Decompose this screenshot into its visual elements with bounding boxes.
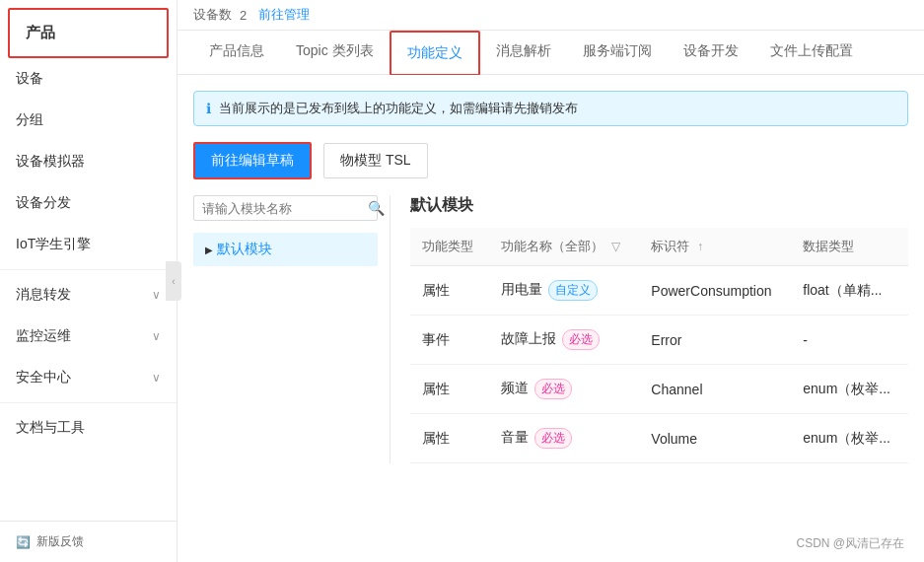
module-search-box[interactable]: 🔍 [193,195,378,221]
sidebar-item-label: 监控运维 [16,327,71,345]
tabs-bar: 产品信息Topic 类列表功能定义消息解析服务端订阅设备开发文件上传配置 [178,31,924,75]
tag-2: 必选 [534,379,572,399]
notice-bar: ℹ 当前展示的是已发布到线上的功能定义，如需编辑请先撤销发布 [193,91,908,126]
sidebar-item-4[interactable]: IoT学生引擎 [0,224,177,265]
sidebar-item-6[interactable]: 监控运维∨ [0,316,177,357]
tab-2[interactable]: 功能定义 [390,31,480,76]
col-header-identifier: 标识符 ↑ [639,228,791,266]
cell-name-3: 音量必选 [489,414,639,463]
chevron-down-icon: ∨ [152,288,161,302]
sidebar-item-product[interactable]: 产品 [8,8,169,58]
tab-1[interactable]: Topic 类列表 [280,31,390,74]
cell-type-3: 属性 [410,414,489,463]
action-bar: 前往编辑草稿 物模型 TSL [193,142,908,179]
cell-datatype-1: - [791,316,908,365]
chevron-down-icon: ∨ [152,371,161,385]
chevron-down-icon: ∨ [152,329,161,343]
module-sidebar: 🔍 ▶ 默认模块 [193,195,391,463]
cell-type-2: 属性 [410,365,489,414]
topbar: 设备数 2 前往管理 [178,0,924,31]
watermark: CSDN @风清已存在 [796,535,904,552]
cell-type-1: 事件 [410,316,489,365]
cell-identifier-0: PowerConsumption [639,266,791,316]
module-item-label: 默认模块 [217,241,272,258]
sidebar-item-label: 分组 [16,111,43,129]
device-count-label: 设备数 [193,6,232,24]
sidebar-item-label: 安全中心 [16,369,71,386]
sidebar-item-label: 设备分发 [16,194,71,212]
sidebar-item-0[interactable]: 设备 [0,58,177,100]
manage-link[interactable]: 前往管理 [258,6,310,24]
tab-5[interactable]: 设备开发 [668,31,754,74]
table-area: 默认模块 功能类型 功能名称（全部） ▽ [391,195,908,463]
main-content: 设备数 2 前往管理 产品信息Topic 类列表功能定义消息解析服务端订阅设备开… [178,0,924,562]
tab-4[interactable]: 服务端订阅 [567,31,668,74]
table-row: 事件 故障上报必选 Error - [410,316,908,365]
table-title: 默认模块 [410,195,908,216]
cell-datatype-0: float（单精... [791,266,908,316]
feature-table: 功能类型 功能名称（全部） ▽ 标识符 ↑ [410,228,908,463]
col-header-name: 功能名称（全部） ▽ [489,228,639,266]
cell-identifier-3: Volume [639,414,791,463]
sidebar: 产品 设备分组设备模拟器设备分发IoT学生引擎消息转发∨监控运维∨安全中心∨文档… [0,0,178,562]
table-row: 属性 用电量自定义 PowerConsumption float（单精... [410,266,908,316]
module-search-input[interactable] [202,201,368,216]
edit-draft-button[interactable]: 前往编辑草稿 [193,142,312,179]
sidebar-item-2[interactable]: 设备模拟器 [0,141,177,182]
cell-name-1: 故障上报必选 [489,316,639,365]
table-row: 属性 音量必选 Volume enum（枚举... [410,414,908,463]
sidebar-product-label: 产品 [26,24,55,42]
tag-3: 必选 [534,428,572,449]
info-icon: ℹ [206,101,211,116]
tag-0: 自定义 [548,280,598,301]
chevron-left-icon: ‹ [172,276,175,287]
tsl-button[interactable]: 物模型 TSL [323,143,428,178]
filter-icon[interactable]: ▽ [611,240,620,253]
tab-0[interactable]: 产品信息 [193,31,280,74]
sidebar-footer[interactable]: 🔄 新版反馈 [0,521,177,562]
sidebar-item-label: IoT学生引擎 [16,236,91,253]
module-item-default[interactable]: ▶ 默认模块 [193,233,378,266]
feature-layout: 🔍 ▶ 默认模块 默认模块 功能类型 [193,195,908,463]
sidebar-item-8[interactable]: 文档与工具 [0,407,177,449]
sidebar-item-3[interactable]: 设备分发 [0,182,177,224]
device-count-value: 2 [240,8,247,23]
cell-identifier-2: Channel [639,365,791,414]
tag-1: 必选 [562,329,600,350]
tab-6[interactable]: 文件上传配置 [754,31,869,74]
footer-label: 新版反馈 [36,533,84,550]
feedback-icon: 🔄 [16,535,31,549]
cell-datatype-2: enum（枚举... [791,365,908,414]
sidebar-item-1[interactable]: 分组 [0,100,177,141]
col-header-type: 功能类型 [410,228,489,266]
col-header-datatype: 数据类型 [791,228,908,266]
cell-datatype-3: enum（枚举... [791,414,908,463]
cell-identifier-1: Error [639,316,791,365]
search-icon: 🔍 [368,200,385,216]
cell-name-2: 频道必选 [489,365,639,414]
content-area: ℹ 当前展示的是已发布到线上的功能定义，如需编辑请先撤销发布 前往编辑草稿 物模… [178,75,924,562]
sidebar-item-label: 设备模拟器 [16,153,85,171]
sidebar-item-label: 消息转发 [16,286,71,304]
sidebar-menu: 设备分组设备模拟器设备分发IoT学生引擎消息转发∨监控运维∨安全中心∨文档与工具 [0,58,177,449]
arrow-right-icon: ▶ [205,245,213,255]
tab-3[interactable]: 消息解析 [480,31,567,74]
table-row: 属性 频道必选 Channel enum（枚举... [410,365,908,414]
sidebar-item-label: 文档与工具 [16,419,85,437]
sidebar-collapse-button[interactable]: ‹ [166,261,181,301]
sort-identifier-icon[interactable]: ↑ [697,240,703,253]
sidebar-item-7[interactable]: 安全中心∨ [0,357,177,398]
sidebar-item-label: 设备 [16,70,43,88]
notice-text: 当前展示的是已发布到线上的功能定义，如需编辑请先撤销发布 [219,100,578,117]
cell-type-0: 属性 [410,266,489,316]
sidebar-item-5[interactable]: 消息转发∨ [0,274,177,316]
cell-name-0: 用电量自定义 [489,266,639,316]
